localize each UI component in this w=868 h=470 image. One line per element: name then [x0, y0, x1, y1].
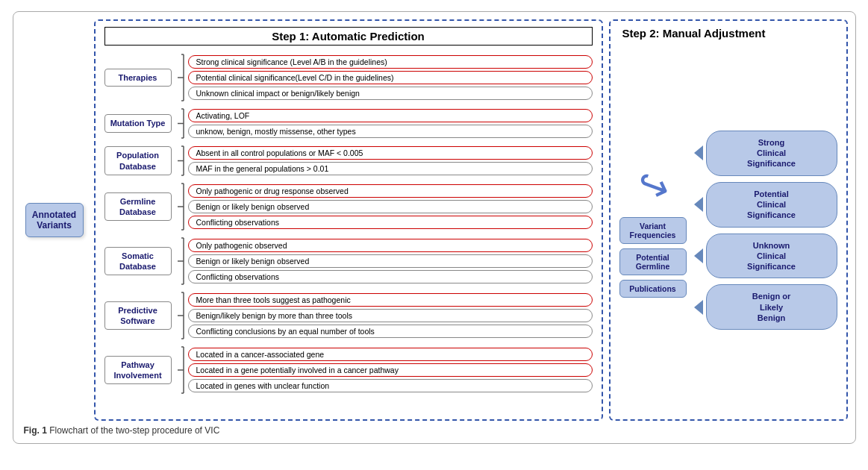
item-box: More than three tools suggest as pathoge…	[188, 293, 593, 307]
curved-arrow-icon: ↩	[630, 159, 676, 212]
item-box: Conflicting observations	[188, 216, 593, 229]
item-box: Potential clinical significance(Level C/…	[188, 71, 593, 84]
category-row: Therapies Strong clinical significance (…	[104, 53, 593, 102]
category-row: SomaticDatabase Only pathogenic observed…	[104, 236, 593, 286]
item-box: Located in a cancer-associated gene	[188, 348, 593, 361]
item-box: Benign/likely benign by more than three …	[188, 309, 593, 322]
significance-box: UnknownClinicalSignificance	[706, 234, 837, 279]
category-label: PathwayInvolvement	[104, 356, 172, 385]
category-label: PopulationDatabase	[104, 146, 172, 175]
category-label: GermlineDatabase	[104, 192, 172, 222]
significance-row: PotentialClinicalSignificance	[694, 182, 837, 228]
left-panel: AnnotatedVariants	[21, 19, 88, 421]
significance-arrow-icon	[694, 248, 703, 263]
step1-rows: Therapies Strong clinical significance (…	[104, 53, 593, 397]
item-box: Conflicting observations	[188, 270, 593, 283]
item-box: Strong clinical significance (Level A/B …	[188, 55, 593, 69]
fig-text: Flowchart of the two-step procedure of V…	[49, 425, 219, 436]
freq-box: Publications	[619, 280, 687, 298]
step2-panel: Step 2: Manual Adjustment ↩ VariantFrequ…	[609, 19, 848, 421]
category-row: Mutation Type Activating, LOFunknow, ben…	[104, 107, 593, 140]
significance-box: Benign orLikelyBenign	[706, 284, 837, 330]
significance-row: UnknownClinicalSignificance	[694, 234, 837, 279]
category-label: Mutation Type	[104, 114, 172, 132]
significance-row: StrongClinicalSignificance	[694, 131, 837, 176]
significance-row: Benign orLikelyBenign	[694, 284, 837, 330]
freq-box: VariantFrequencies	[619, 217, 687, 244]
step2-content: ↩ VariantFrequenciesPotentialGermlinePub…	[619, 47, 837, 413]
item-box: Benign or likely benign observed	[188, 254, 593, 268]
significance-arrow-icon	[694, 300, 703, 315]
step2-right: StrongClinicalSignificancePotentialClini…	[694, 131, 837, 330]
item-box: Unknown clinical impact or benign/likely…	[188, 87, 593, 100]
category-row: PathwayInvolvement Located in a cancer-a…	[104, 345, 593, 395]
brace-icon	[176, 345, 185, 395]
step2-title: Step 2: Manual Adjustment	[619, 27, 837, 40]
annotated-variants-label: AnnotatedVariants	[32, 210, 76, 231]
item-box: Located in a gene potentially involved i…	[188, 363, 593, 377]
main-container: AnnotatedVariants Step 1: Automatic Pred…	[13, 11, 856, 444]
fig-label: Fig. 1	[24, 425, 47, 436]
category-label: Therapies	[104, 69, 172, 87]
freq-boxes-container: VariantFrequenciesPotentialGermlinePubli…	[619, 217, 687, 298]
step1-title: Step 1: Automatic Prediction	[104, 27, 593, 46]
brace-icon	[176, 291, 185, 340]
category-label: PredictiveSoftware	[104, 301, 172, 330]
freq-box: PotentialGermline	[619, 248, 687, 275]
brace-icon	[176, 145, 185, 177]
significance-arrow-icon	[694, 145, 703, 160]
brace-icon	[176, 182, 185, 231]
item-box: Located in genes with unclear function	[188, 379, 593, 392]
item-box: Absent in all control populations or MAF…	[188, 146, 593, 160]
significance-box: PotentialClinicalSignificance	[706, 182, 837, 228]
step2-left: ↩ VariantFrequenciesPotentialGermlinePub…	[619, 163, 687, 298]
category-row: GermlineDatabase Only pathogenic or drug…	[104, 182, 593, 231]
annotated-variants-box: AnnotatedVariants	[25, 203, 84, 237]
item-box: MAF in the general populations > 0.01	[188, 162, 593, 175]
item-box: Only pathogenic observed	[188, 239, 593, 252]
category-row: PredictiveSoftware More than three tools…	[104, 291, 593, 340]
category-row: PopulationDatabase Absent in all control…	[104, 145, 593, 177]
brace-icon	[176, 53, 185, 102]
significance-box: StrongClinicalSignificance	[706, 131, 837, 176]
item-box: unknow, benign, mostly missense, other t…	[188, 125, 593, 138]
figure-content: AnnotatedVariants Step 1: Automatic Pred…	[21, 19, 848, 421]
significance-arrow-icon	[694, 197, 703, 212]
brace-icon	[176, 236, 185, 286]
category-label: SomaticDatabase	[104, 247, 172, 276]
item-box: Only pathogenic or drug response observe…	[188, 184, 593, 198]
item-box: Activating, LOF	[188, 109, 593, 122]
item-box: Conflicting conclusions by an equal numb…	[188, 325, 593, 338]
brace-icon	[176, 107, 185, 140]
figure-caption: Fig. 1 Flowchart of the two-step procedu…	[21, 425, 848, 436]
step1-panel: Step 1: Automatic Prediction Therapies S…	[94, 19, 603, 421]
item-box: Benign or likely benign observed	[188, 200, 593, 213]
